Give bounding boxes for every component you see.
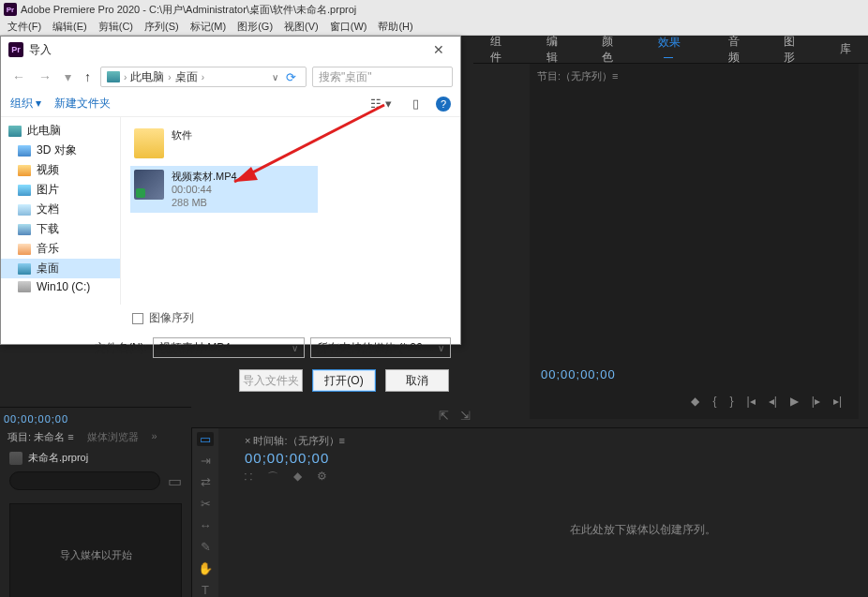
tree-this-pc[interactable]: 此电脑 [1,121,120,141]
menu-edit[interactable]: 编辑(E) [47,20,93,34]
step-back-icon[interactable]: ◂| [769,395,777,408]
breadcrumb-root[interactable]: 此电脑 [130,69,164,85]
ripple-tool-icon[interactable]: ⇄ [197,475,214,489]
tree-pictures[interactable]: 图片 [1,180,120,200]
program-timecode: 00;00;00;00 [541,367,616,381]
pen-tool-icon[interactable]: ✎ [197,540,214,554]
tab-audio[interactable]: 音频 [711,34,768,66]
extract-icon[interactable]: ⇲ [460,409,471,423]
import-dialog: Pr 导入 ✕ ← → ▾ ↑ › 此电脑 › 桌面 › ∨ ⟳ 搜索"桌面" [0,36,461,345]
dialog-title: 导入 [29,42,52,58]
program-monitor-header: 节目:（无序列）≡ [530,64,859,86]
preview-pane-icon[interactable]: ▯ [409,97,423,111]
file-item-video[interactable]: 视频素材.MP4 00:00:44 288 MB [130,166,318,213]
chevron-down-icon[interactable]: ∨ [292,343,298,353]
view-mode-icon[interactable]: ☷ ▾ [367,97,396,111]
menu-view[interactable]: 视图(V) [278,20,324,34]
tab-graphics[interactable]: 图形 [767,34,823,66]
3d-objects-icon [18,145,31,157]
menu-window[interactable]: 窗口(W) [324,20,373,34]
lift-icon[interactable]: ⇱ [439,409,449,423]
tree-drive-c[interactable]: Win10 (C:) [1,278,120,295]
pictures-icon [18,185,31,196]
search-placeholder: 搜索"桌面" [319,69,372,85]
filetype-select[interactable]: 所有支持的媒体 (*.264;*.3G2;*.∨ [310,337,451,358]
nav-back-icon[interactable]: ← [8,69,29,84]
folder-tree: 此电脑 3D 对象 视频 图片 文档 下载 音乐 桌面 Win10 (C:) [1,117,121,305]
mark-in-icon[interactable]: { [712,395,716,408]
tab-assembly[interactable]: 组件 [473,34,530,66]
nav-recent-icon[interactable]: ▾ [61,69,75,84]
new-folder-button[interactable]: 新建文件夹 [54,96,111,112]
tree-videos[interactable]: 视频 [1,160,120,180]
music-icon [18,244,31,255]
source-timecode: 00;00;00;00 [0,408,191,425]
tree-3d-objects[interactable]: 3D 对象 [1,141,120,160]
import-folder-button[interactable]: 导入文件夹 [239,369,303,392]
program-monitor: 节目:（无序列）≡ 00;00;00;00 ◆ { } |◂ ◂| ▶ |▸ ▸… [530,64,859,419]
track-select-tool-icon[interactable]: ⇥ [197,454,214,468]
menu-sequence[interactable]: 序列(S) [139,20,185,34]
project-file-row[interactable]: 未命名.prproj [0,448,191,468]
filename-label: 文件名(N): [95,340,147,356]
tab-color[interactable]: 颜色 [585,34,641,66]
help-icon[interactable]: ? [436,97,451,112]
address-dropdown-icon[interactable]: ∨ [272,72,278,82]
go-to-out-icon[interactable]: ▸| [833,395,842,408]
file-duration: 00:00:44 [172,183,237,196]
premiere-app-icon: Pr [4,3,17,16]
tree-desktop[interactable]: 桌面 [1,259,120,278]
settings-icon[interactable]: ⚙ [317,470,327,485]
hand-tool-icon[interactable]: ✋ [197,561,214,575]
tool-palette: ▭ ⇥ ⇄ ✂ ↔ ✎ ✋ T [192,428,218,597]
project-panel-tab[interactable]: 项目: 未命名 ≡ [7,430,74,445]
project-search-input[interactable] [9,471,160,490]
step-fwd-icon[interactable]: |▸ [812,395,820,408]
timeline-timecode: 00;00;00;00 [245,450,868,466]
panel-overflow-icon[interactable]: » [152,430,157,445]
chevron-down-icon[interactable]: ∨ [438,343,444,353]
menu-marker[interactable]: 标记(M) [185,20,232,34]
refresh-icon[interactable]: ⟳ [282,70,300,84]
address-bar[interactable]: › 此电脑 › 桌面 › ∨ ⟳ [100,67,307,87]
tree-documents[interactable]: 文档 [1,200,120,219]
tree-downloads[interactable]: 下载 [1,219,120,239]
type-tool-icon[interactable]: T [197,583,214,597]
dialog-search-input[interactable]: 搜索"桌面" [312,67,453,87]
tab-effects[interactable]: 效果 [641,35,711,64]
breadcrumb-leaf[interactable]: 桌面 [175,69,198,85]
add-marker-icon[interactable]: ◆ [691,395,699,408]
menu-graphics[interactable]: 图形(G) [232,20,278,34]
project-bin-icon[interactable]: ▭ [168,472,182,490]
menu-file[interactable]: 文件(F) [2,20,47,34]
open-button[interactable]: 打开(O) [312,369,376,392]
tab-library[interactable]: 库 [823,41,868,57]
media-browser-tab[interactable]: 媒体浏览器 [87,430,139,445]
image-sequence-checkbox[interactable] [132,313,143,324]
file-item-folder[interactable]: 软件 [130,125,318,162]
tab-editing[interactable]: 编辑 [530,34,586,66]
filename-input[interactable]: 视频素材.MP4∨ [153,337,305,358]
file-name: 视频素材.MP4 [172,170,237,183]
menu-clip[interactable]: 剪辑(C) [93,20,139,34]
play-icon[interactable]: ▶ [790,395,799,408]
linked-selection-icon[interactable]: ⌒ [267,470,278,485]
downloads-icon [18,224,31,235]
project-drop-zone[interactable]: 导入媒体以开始 [9,503,182,597]
dialog-close-icon[interactable]: ✕ [425,42,453,57]
razor-tool-icon[interactable]: ✂ [197,497,214,511]
file-list[interactable]: 软件 视频素材.MP4 00:00:44 288 MB [121,117,460,305]
mark-out-icon[interactable]: } [729,395,733,408]
snap-icon[interactable]: ⸬ [245,470,252,485]
cancel-button[interactable]: 取消 [385,369,449,392]
nav-up-icon[interactable]: ↑ [81,69,95,84]
slip-tool-icon[interactable]: ↔ [197,518,214,532]
program-transport-controls: ◆ { } |◂ ◂| ▶ |▸ ▸| [530,391,859,411]
go-to-in-icon[interactable]: |◂ [747,395,756,408]
menu-help[interactable]: 帮助(H) [372,20,418,34]
tree-music[interactable]: 音乐 [1,239,120,259]
selection-tool-icon[interactable]: ▭ [197,432,214,446]
marker-icon[interactable]: ◆ [293,470,302,485]
project-file-icon [9,452,22,465]
organize-button[interactable]: 组织 ▾ [10,96,41,112]
